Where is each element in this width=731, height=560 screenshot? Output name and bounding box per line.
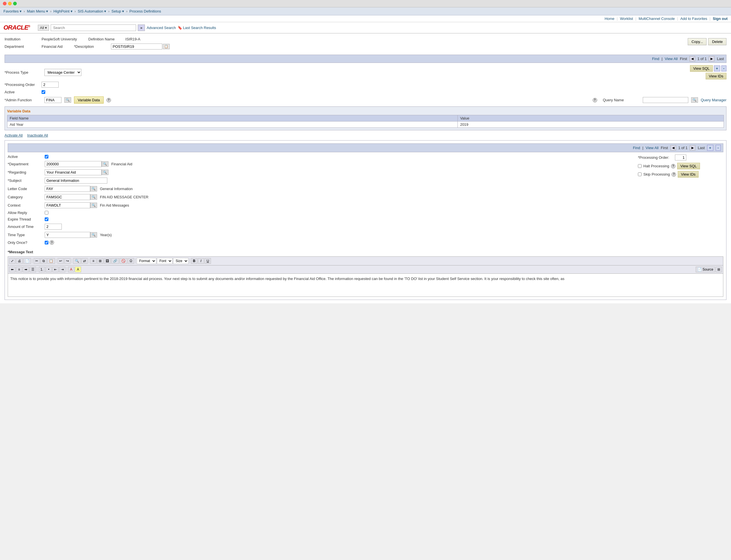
skip-processing-help-icon[interactable]: ? <box>672 172 676 177</box>
last-search-results-link[interactable]: 🔖 Last Search Results <box>178 26 216 30</box>
nav-highpoint[interactable]: HighPoint ▾ <box>53 9 73 13</box>
query-manager-link[interactable]: Query Manager <box>701 98 726 102</box>
inner-allow-reply-checkbox[interactable] <box>45 211 48 215</box>
tb-replace[interactable]: ⇄ <box>81 258 88 264</box>
tb-redo[interactable]: ↪ <box>64 258 71 264</box>
tb-outdent[interactable]: ⇤ <box>52 267 59 272</box>
description-input[interactable] <box>111 44 162 50</box>
search-go-button[interactable]: » <box>138 24 145 31</box>
add-favorites-link[interactable]: Add to Favorites <box>680 17 707 21</box>
description-lookup-button[interactable]: 📋 <box>163 44 170 49</box>
tb-unordered-list[interactable]: • <box>46 267 52 272</box>
tb-justify[interactable]: ☰ <box>30 267 36 272</box>
source-button[interactable]: 📄 Source <box>696 267 715 272</box>
add-row-button[interactable]: + <box>714 65 720 71</box>
tb-paste[interactable]: 📋 <box>47 258 55 264</box>
tb-search[interactable]: 🔍 <box>73 258 81 264</box>
query-name-input[interactable] <box>643 97 688 103</box>
tb-image[interactable]: 🖼 <box>104 258 111 264</box>
advanced-search-link[interactable]: Advanced Search <box>147 26 176 30</box>
tb-spell-check[interactable]: 📄 <box>23 258 31 264</box>
delete-button[interactable]: Delete <box>708 38 726 45</box>
only-once-help-icon[interactable]: ? <box>50 240 54 245</box>
nav-favorites[interactable]: Favorites ▾ <box>3 9 22 13</box>
process-type-select[interactable]: Message Center <box>44 69 81 76</box>
view-all-link[interactable]: View All <box>665 57 678 61</box>
tb-expand[interactable]: ⊞ <box>716 267 722 272</box>
inner-only-once-checkbox[interactable] <box>45 241 48 244</box>
inner-expire-thread-checkbox[interactable] <box>45 217 48 221</box>
tb-bold[interactable]: B <box>191 258 197 264</box>
halt-processing-help-icon[interactable]: ? <box>671 164 676 168</box>
inner-context-input[interactable] <box>45 202 90 208</box>
skip-processing-checkbox[interactable] <box>638 172 642 176</box>
editor-body[interactable]: This notice is to provide you with infor… <box>8 274 723 297</box>
tb-copy[interactable]: ⧉ <box>40 258 47 264</box>
next-page-button[interactable]: ▶ <box>709 56 714 61</box>
tb-font-color[interactable]: A <box>68 267 74 272</box>
search-scope-selector[interactable]: All ▾ <box>38 25 49 31</box>
tb-table[interactable]: ⊞ <box>97 258 103 264</box>
tb-italic[interactable]: I <box>198 258 204 264</box>
view-ids-button[interactable]: View IDs <box>706 73 726 79</box>
admin-function-input[interactable] <box>44 97 61 103</box>
close-button[interactable] <box>3 2 7 5</box>
format-select[interactable]: Format <box>137 258 156 264</box>
activate-all-link[interactable]: Activate All <box>5 133 23 137</box>
processing-order-input[interactable] <box>42 82 59 88</box>
query-name-help-icon[interactable]: ? <box>593 98 597 102</box>
tb-unlink[interactable]: 🚫 <box>120 258 127 264</box>
query-name-lookup-button[interactable]: 🔍 <box>691 97 698 103</box>
delete-row-button[interactable]: - <box>721 65 726 71</box>
size-select[interactable]: Size <box>173 258 188 264</box>
tb-align-center[interactable]: ≡ <box>16 267 22 272</box>
view-sql-button[interactable]: View SQL <box>690 65 713 72</box>
worklist-link[interactable]: Worklist <box>620 17 633 21</box>
tb-link[interactable]: 🔗 <box>111 258 119 264</box>
copy-button[interactable]: Copy... <box>688 38 707 45</box>
inner-regarding-lookup-button[interactable]: 🔍 <box>102 170 108 175</box>
font-select[interactable]: Font <box>157 258 172 264</box>
tb-cut[interactable]: ✂ <box>34 258 40 264</box>
home-link[interactable]: Home <box>605 17 615 21</box>
tb-print[interactable]: 🖨 <box>16 258 23 264</box>
inner-next-page-button[interactable]: ▶ <box>690 145 695 151</box>
inner-add-button[interactable]: + <box>707 145 713 151</box>
minimize-button[interactable] <box>8 2 12 5</box>
prev-page-button[interactable]: ◀ <box>689 56 695 61</box>
admin-function-lookup-button[interactable]: 🔍 <box>64 97 71 103</box>
tb-ordered-list[interactable]: 1. <box>39 267 45 272</box>
inner-amount-time-input[interactable] <box>45 224 62 230</box>
active-checkbox[interactable] <box>42 90 45 94</box>
inner-department-input[interactable] <box>45 161 102 167</box>
inner-time-type-input[interactable] <box>45 232 90 238</box>
inner-category-input[interactable] <box>45 194 90 200</box>
nav-sis-automation[interactable]: SIS Automation ▾ <box>78 9 106 13</box>
inner-letter-code-lookup-button[interactable]: 🔍 <box>90 186 97 192</box>
skip-view-ids-button[interactable]: View IDs <box>678 171 699 178</box>
inner-regarding-input[interactable] <box>45 169 102 175</box>
inner-department-lookup-button[interactable]: 🔍 <box>102 161 108 167</box>
tb-align-left[interactable]: ≡ <box>90 258 96 264</box>
inner-time-type-lookup-button[interactable]: 🔍 <box>90 232 97 238</box>
inner-letter-code-input[interactable] <box>45 186 90 192</box>
inner-category-lookup-button[interactable]: 🔍 <box>90 194 97 200</box>
tb-fullscreen[interactable]: ⤢ <box>9 258 15 264</box>
inner-find-link[interactable]: Find <box>633 146 640 150</box>
tb-align-right[interactable]: ➡ <box>23 267 29 272</box>
variable-data-button[interactable]: Variable Data <box>74 96 104 104</box>
inner-del-button[interactable]: - <box>716 145 721 151</box>
inner-prev-page-button[interactable]: ◀ <box>670 145 676 151</box>
halt-view-sql-button[interactable]: View SQL <box>677 163 700 169</box>
inner-processing-order-input[interactable] <box>675 155 686 160</box>
tb-bg-color[interactable]: A <box>75 267 81 272</box>
sign-out-link[interactable]: Sign out <box>713 17 728 21</box>
multichannel-link[interactable]: MultiChannel Console <box>639 17 675 21</box>
tb-undo[interactable]: ↩ <box>57 258 64 264</box>
maximize-button[interactable] <box>13 2 17 5</box>
inner-active-checkbox[interactable] <box>45 155 48 158</box>
admin-function-help-icon[interactable]: ? <box>106 98 111 102</box>
nav-main-menu[interactable]: Main Menu ▾ <box>27 9 48 13</box>
inner-subject-input[interactable] <box>45 178 107 184</box>
inner-context-lookup-button[interactable]: 🔍 <box>90 203 97 208</box>
